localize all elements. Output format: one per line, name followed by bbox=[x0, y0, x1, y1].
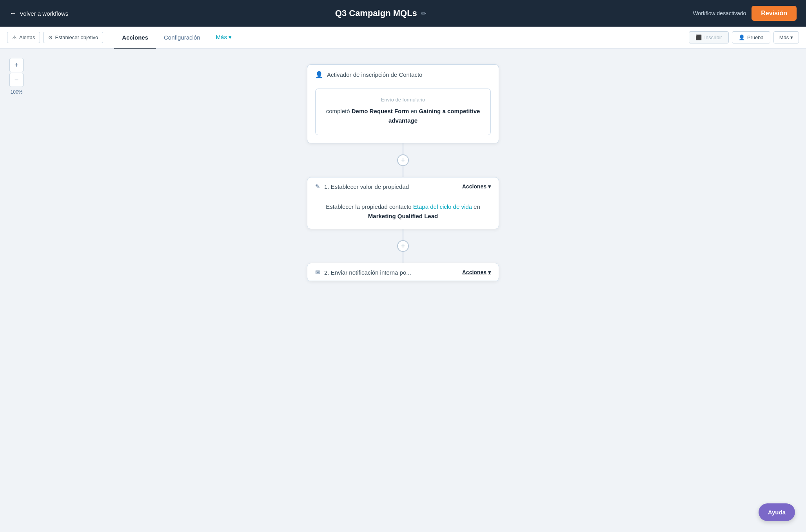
action-node-1-header-left: ✎ 1. Establecer valor de propiedad bbox=[315, 183, 409, 190]
action-2-acciones-chevron-icon: ▾ bbox=[488, 269, 491, 275]
action-1-body-prefix: Establecer la propiedad contacto bbox=[326, 203, 413, 210]
action-node-1-body: Establecer la propiedad contacto Etapa d… bbox=[307, 195, 499, 229]
action-2-title: 2. Enviar notificación interna po... bbox=[324, 269, 411, 276]
connector-1: + bbox=[397, 143, 409, 177]
edit-icon[interactable]: ✏ bbox=[421, 10, 426, 17]
header-right: Workflow desactivado Revisión bbox=[693, 6, 797, 21]
add-step-button-2[interactable]: + bbox=[397, 240, 409, 252]
mas-button[interactable]: Más bbox=[773, 31, 799, 43]
back-label: Volver a workflows bbox=[20, 10, 68, 17]
action-2-icon: ✉ bbox=[315, 269, 320, 276]
action-1-title: 1. Establecer valor de propiedad bbox=[324, 183, 409, 190]
back-link[interactable]: ← Volver a workflows bbox=[9, 9, 68, 18]
mas-label: Más bbox=[779, 34, 793, 40]
action-1-acciones-link[interactable]: Acciones ▾ bbox=[462, 183, 491, 190]
nav-left-buttons: ⚠ Alertas ⊙ Establecer objetivo bbox=[7, 32, 103, 43]
alertas-label: Alertas bbox=[19, 34, 35, 40]
acciones-chevron-icon: ▾ bbox=[488, 183, 491, 190]
establecer-objetivo-button[interactable]: ⊙ Establecer objetivo bbox=[43, 32, 103, 43]
revision-button[interactable]: Revisión bbox=[752, 6, 797, 21]
workflow-canvas: + − 100% 👤 Activador de inscripción de C… bbox=[0, 49, 806, 532]
header-center: Q3 Campaign MQLs ✏ bbox=[335, 8, 426, 18]
workflow-column: 👤 Activador de inscripción de Contacto E… bbox=[0, 64, 806, 281]
connector-2: + bbox=[397, 229, 409, 263]
secondary-nav: ⚠ Alertas ⊙ Establecer objetivo Acciones… bbox=[0, 27, 806, 49]
form-text-prefix: completó bbox=[326, 108, 352, 114]
nav-right-buttons: ⬛ Inscribir 👤 Prueba Más bbox=[689, 31, 799, 43]
form-submission-label: Envío de formulario bbox=[325, 97, 481, 103]
connector-line-1b bbox=[403, 166, 403, 177]
target-icon: ⊙ bbox=[48, 34, 53, 40]
trigger-node[interactable]: 👤 Activador de inscripción de Contacto E… bbox=[307, 64, 499, 143]
action-node-2[interactable]: ✉ 2. Enviar notificación interna po... A… bbox=[307, 263, 499, 281]
connector-line-2b bbox=[403, 252, 403, 263]
form-text-mid: en bbox=[409, 108, 419, 114]
zoom-level: 100% bbox=[11, 89, 23, 95]
inscribir-label: Inscribir bbox=[704, 34, 722, 40]
ayuda-button[interactable]: Ayuda bbox=[759, 503, 795, 521]
nav-tabs: Acciones Configuración Más bbox=[114, 27, 687, 49]
form-submission-text: completó Demo Request Form en Gaining a … bbox=[325, 107, 481, 125]
tab-configuracion[interactable]: Configuración bbox=[156, 27, 208, 49]
top-header: ← Volver a workflows Q3 Campaign MQLs ✏ … bbox=[0, 0, 806, 27]
establecer-label: Establecer objetivo bbox=[55, 34, 98, 40]
action-2-acciones-link[interactable]: Acciones ▾ bbox=[462, 269, 491, 275]
workflow-status: Workflow desactivado bbox=[693, 10, 746, 16]
action-node-1[interactable]: ✎ 1. Establecer valor de propiedad Accio… bbox=[307, 177, 499, 229]
prueba-label: Prueba bbox=[747, 34, 764, 40]
action-1-icon: ✎ bbox=[315, 183, 320, 190]
alert-icon: ⚠ bbox=[12, 34, 17, 40]
workflow-title: Q3 Campaign MQLs bbox=[335, 8, 417, 18]
action-1-property-link[interactable]: Etapa del ciclo de vida bbox=[413, 203, 472, 210]
form-name: Demo Request Form bbox=[352, 108, 409, 114]
inscribir-icon: ⬛ bbox=[695, 34, 702, 40]
zoom-in-button[interactable]: + bbox=[9, 58, 24, 72]
action-1-body-suffix: en bbox=[472, 203, 480, 210]
zoom-controls: + − 100% bbox=[9, 58, 24, 95]
tab-mas[interactable]: Más bbox=[208, 27, 240, 49]
prueba-icon: 👤 bbox=[739, 34, 745, 40]
form-submission-card[interactable]: Envío de formulario completó Demo Reques… bbox=[315, 89, 491, 135]
trigger-node-header: 👤 Activador de inscripción de Contacto bbox=[307, 65, 499, 84]
connector-line-2 bbox=[403, 229, 403, 240]
action-node-1-header: ✎ 1. Establecer valor de propiedad Accio… bbox=[307, 177, 499, 195]
prueba-button[interactable]: 👤 Prueba bbox=[732, 31, 770, 43]
action-1-value: Marketing Qualified Lead bbox=[368, 213, 438, 219]
trigger-icon: 👤 bbox=[315, 71, 323, 78]
action-node-2-header: ✉ 2. Enviar notificación interna po... A… bbox=[307, 263, 499, 281]
alertas-button[interactable]: ⚠ Alertas bbox=[7, 32, 40, 43]
add-step-button-1[interactable]: + bbox=[397, 154, 409, 166]
zoom-out-button[interactable]: − bbox=[9, 73, 24, 87]
tab-acciones[interactable]: Acciones bbox=[114, 27, 156, 49]
action-node-2-header-left: ✉ 2. Enviar notificación interna po... bbox=[315, 269, 411, 276]
inscribir-button: ⬛ Inscribir bbox=[689, 31, 729, 43]
trigger-title: Activador de inscripción de Contacto bbox=[327, 71, 422, 78]
trigger-node-body: Envío de formulario completó Demo Reques… bbox=[307, 84, 499, 143]
back-arrow-icon: ← bbox=[9, 9, 16, 18]
connector-line-1 bbox=[403, 143, 403, 154]
